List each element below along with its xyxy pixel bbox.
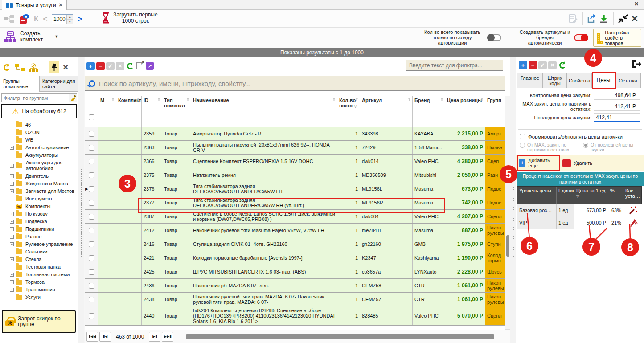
filter-funnel-icon[interactable] [332, 98, 336, 101]
scrollbar-thumb[interactable] [186, 334, 494, 339]
next-page-icon[interactable]: > [78, 15, 82, 24]
expand-icon[interactable]: + [10, 220, 14, 224]
stock-toggle[interactable] [487, 34, 501, 41]
delete-button[interactable]: − [529, 61, 537, 69]
filter-funnel-icon[interactable] [157, 98, 161, 101]
prev-page-icon[interactable]: < [43, 15, 47, 24]
prev-record-button[interactable]: ▮◀ [99, 332, 111, 342]
level-price[interactable]: 500,00 Р [574, 216, 608, 229]
row-checkbox[interactable] [89, 297, 94, 302]
download-icon[interactable] [598, 13, 610, 24]
tree-group-item[interactable]: + Трансмиссия [10, 286, 78, 294]
table-row[interactable]: ▶ 2375 Товар Натяжитель ремня 1 MD356509… [85, 168, 505, 182]
level-name[interactable]: Базовая роз… [517, 204, 557, 216]
row-checkbox[interactable] [89, 255, 94, 261]
table-row[interactable]: ▶ 2416 Товар Ступица задняя CIVIK 01- 4о… [85, 237, 505, 251]
tree-group-item[interactable]: + Сальники [10, 248, 78, 256]
deny-discounts-button[interactable]: Запрет скидок по группе [2, 310, 76, 333]
table-row[interactable]: ▶ 2440 Товар hdk204 Комплект сцепления 8… [85, 306, 505, 326]
horizontal-scrollbar[interactable] [185, 334, 504, 340]
filter-funnel-icon[interactable] [440, 98, 444, 101]
tree-group-item[interactable]: + Аксессуары для автомобиля [10, 159, 78, 172]
tab-local-groups[interactable]: Группы локальные [0, 76, 39, 92]
expand-icon[interactable]: + [10, 227, 14, 231]
confirm-button[interactable]: ✓ [106, 62, 115, 70]
row-checkbox[interactable] [89, 313, 94, 319]
table-row[interactable]: ▶ 2377 Товар Тяга стабилизатора задняя D… [85, 196, 505, 210]
share-icon[interactable] [587, 13, 598, 24]
tab-close-icon[interactable]: ✕ [59, 2, 63, 8]
vertical-scrollbar[interactable] [505, 96, 510, 330]
radio-from-max[interactable]: От MAX. закуп. по партиям в остатках [520, 143, 578, 152]
page-size-value[interactable]: 1000 [52, 15, 66, 24]
open-in-window-icon[interactable] [136, 62, 144, 69]
tree-group-item[interactable]: + Стекла [10, 256, 78, 263]
row-checkbox[interactable] [89, 131, 94, 137]
header-brand[interactable]: Бренд [413, 96, 445, 127]
row-checkbox[interactable] [89, 228, 94, 233]
header-qty[interactable]: Кол-во всего ▽ [337, 96, 360, 127]
hand-pen-icon[interactable] [628, 218, 638, 228]
how-set-cell[interactable] [623, 216, 642, 229]
group-settings-icon[interactable] [28, 63, 39, 72]
confirm-button[interactable]: ✓ [538, 61, 547, 69]
level-percent[interactable]: 63% [608, 204, 623, 216]
expand-icon[interactable]: + [10, 235, 14, 239]
tree-group-item[interactable]: + Топливная система [10, 271, 78, 278]
table-row[interactable]: ▶ 2366 Товар Сцепление Комплект ESPERO/N… [85, 155, 505, 168]
tree-group-item[interactable]: + Запчасти для Мостов [10, 188, 78, 195]
tree-group-item[interactable]: + OZON [10, 129, 78, 136]
col-how-set[interactable]: Как уста… [623, 187, 642, 204]
table-row[interactable]: ▶ 2412 Товар Наконечник рулевой тяги Mas… [85, 224, 505, 237]
pin-panel-button[interactable] [49, 61, 59, 74]
row-checkbox[interactable] [89, 172, 94, 178]
tab-main[interactable]: Главное [517, 73, 543, 88]
tree-group-item[interactable]: + Услуги [10, 294, 78, 301]
expand-icon[interactable]: + [10, 182, 14, 186]
hierarchy-icon[interactable] [4, 13, 15, 25]
radio-from-last[interactable]: От последней цены зкупки [583, 143, 642, 152]
tree-group-item[interactable]: + Тестовая папка [10, 263, 78, 271]
expand-icon[interactable]: + [10, 189, 14, 193]
table-row[interactable]: ▶ 2359 Товар Амортизатор Hyundai Getz - … [85, 127, 505, 141]
tab-barcodes[interactable]: Штрих коды [543, 73, 567, 88]
table-row[interactable]: ▶ 2425 Товар ШРУС MITSUBISHI LANCER IX 1… [85, 265, 505, 279]
load-first-button[interactable]: Загрузить первые1000 строк [102, 12, 158, 24]
refresh-grid-icon[interactable] [127, 63, 134, 69]
tree-group-item[interactable]: + Подшипники [10, 225, 78, 233]
expand-icon[interactable]: + [10, 174, 14, 178]
header-name[interactable]: Наименование [191, 96, 337, 127]
clear-filter-button[interactable] [69, 93, 77, 102]
price-level-row[interactable]: VIP 1 ед 500,00 Р 21% [517, 216, 642, 229]
tree-group-item[interactable]: + Подвеска [10, 218, 78, 225]
header-group[interactable]: Групп [485, 96, 505, 127]
hide-row-eye-icon[interactable] [20, 14, 29, 24]
window-close-icon[interactable]: ✕ [634, 1, 639, 7]
row-checkbox[interactable] [89, 145, 94, 151]
process-queue-button[interactable]: ⚠ На обработку 612 [1, 104, 77, 118]
tree-group-item[interactable]: + Инструмент [10, 195, 78, 203]
close-panel-icon[interactable]: ✕ [629, 13, 640, 24]
first-record-button[interactable]: ▮◀◀ [86, 332, 98, 342]
delete-price-level-button[interactable]: − Удалить [562, 159, 592, 167]
level-price[interactable]: 673,00 Р [574, 204, 608, 216]
auto-create-toggle[interactable] [574, 34, 588, 41]
delete-row-button[interactable]: − [96, 62, 105, 70]
row-checkbox[interactable] [89, 283, 94, 289]
magic-wand-icon[interactable] [628, 205, 638, 215]
tree-group-item[interactable]: + Рулевое управление [10, 241, 78, 248]
tree-group-item[interactable]: + Комплекты [10, 203, 78, 210]
close-sidebar-icon[interactable]: ✕ [62, 63, 69, 72]
first-page-icon[interactable]: К [34, 15, 38, 24]
tree-group-item[interactable]: + Жидкости и Масла [10, 180, 78, 188]
last-price-input[interactable]: 412,41 [594, 113, 640, 122]
radio-icon[interactable] [520, 143, 525, 148]
table-row[interactable]: ▶ 2436 Товар Наконечник р/т MAZDA 6 07- … [85, 279, 505, 293]
auto-price-checkbox-row[interactable]: Формировать/обновлять цены автом-ки [520, 134, 623, 139]
header-sku[interactable]: Артикул [360, 96, 413, 127]
level-name[interactable]: VIP [517, 216, 557, 229]
header-price[interactable]: Цена розницы [445, 96, 485, 127]
expand-icon[interactable]: + [10, 257, 14, 261]
cancel-button[interactable]: ✕ [548, 61, 557, 69]
cancel-button[interactable]: ✕ [116, 62, 124, 70]
